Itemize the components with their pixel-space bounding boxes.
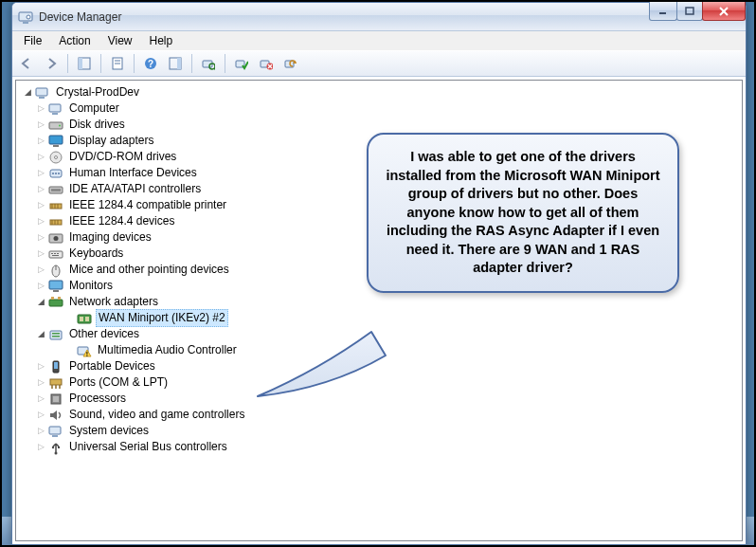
expand-icon[interactable]: ▷: [35, 442, 46, 453]
svg-rect-8: [79, 58, 82, 69]
device-category-icon: [48, 440, 63, 455]
expand-icon[interactable]: ▷: [35, 393, 46, 405]
svg-rect-73: [50, 379, 62, 385]
expand-icon[interactable]: ▷: [35, 377, 46, 389]
update-driver-button[interactable]: [280, 53, 301, 74]
tree-root[interactable]: ◢ Crystal-ProdDev: [18, 84, 740, 100]
tree-item-label: Portable Devices: [67, 358, 157, 374]
svg-rect-59: [53, 290, 59, 292]
svg-rect-72: [54, 362, 58, 369]
svg-rect-4: [686, 8, 693, 14]
menu-view[interactable]: View: [100, 32, 140, 49]
show-hide-tree-button[interactable]: [74, 53, 95, 74]
expand-icon[interactable]: ▷: [35, 361, 46, 373]
device-manager-window: Device Manager File Action View Help ?: [11, 2, 747, 545]
uninstall-button[interactable]: [256, 53, 277, 74]
svg-point-50: [54, 236, 59, 241]
svg-rect-64: [80, 317, 83, 321]
menu-file[interactable]: File: [16, 32, 49, 49]
tree-item[interactable]: ▷ Computer: [18, 100, 740, 117]
tree-item-label: Universal Serial Bus controllers: [67, 439, 229, 455]
svg-rect-55: [52, 255, 59, 256]
tree-item[interactable]: ▷ Disk drives: [18, 117, 740, 133]
menu-help[interactable]: Help: [142, 32, 181, 49]
tree-item-label: Imaging devices: [67, 229, 153, 246]
svg-rect-52: [51, 253, 53, 254]
expand-icon[interactable]: ▷: [35, 152, 46, 163]
action-pane-button[interactable]: [165, 53, 186, 74]
expand-icon[interactable]: ▷: [35, 248, 46, 260]
collapse-icon[interactable]: ◢: [35, 329, 46, 340]
device-tree[interactable]: ◢ Crystal-ProdDev ▷ Computer ▷ Disk driv…: [15, 80, 743, 541]
svg-rect-51: [49, 251, 63, 258]
expand-icon[interactable]: ▷: [35, 216, 46, 228]
enable-button[interactable]: [231, 53, 252, 74]
device-category-icon: [48, 150, 63, 165]
window-title: Device Manager: [39, 10, 121, 24]
svg-rect-28: [52, 113, 58, 115]
svg-point-36: [52, 173, 54, 174]
expand-icon[interactable]: ▷: [35, 184, 46, 195]
forward-button[interactable]: [41, 53, 62, 74]
scan-hardware-button[interactable]: [198, 53, 219, 74]
device-category-icon: [48, 198, 63, 213]
expand-icon[interactable]: ▷: [35, 119, 46, 131]
expand-icon[interactable]: ▷: [35, 264, 46, 276]
help-button[interactable]: ?: [140, 53, 161, 74]
svg-rect-53: [54, 253, 56, 254]
svg-rect-58: [49, 281, 63, 289]
svg-rect-62: [58, 297, 61, 300]
expand-icon[interactable]: ▷: [35, 136, 46, 147]
svg-point-30: [59, 124, 61, 126]
tree-item-label: IDE ATA/ATAPI controllers: [67, 181, 203, 197]
svg-rect-26: [39, 97, 45, 99]
device-category-icon: [48, 214, 63, 229]
collapse-icon[interactable]: ◢: [35, 297, 46, 308]
tree-item-label: Network adapters: [67, 294, 160, 310]
tree-item[interactable]: ▷ System devices: [18, 423, 740, 439]
device-category-icon: [48, 166, 63, 181]
titlebar[interactable]: Device Manager: [12, 3, 746, 31]
tree-root-label: Crystal-ProdDev: [54, 84, 141, 100]
device-category-icon: [48, 246, 63, 262]
tree-item-label: Human Interface Devices: [67, 165, 199, 181]
svg-rect-27: [49, 104, 61, 112]
tree-item[interactable]: ▷ Universal Serial Bus controllers: [18, 439, 740, 455]
expand-icon[interactable]: ▷: [35, 232, 46, 244]
expand-icon[interactable]: ▷: [35, 410, 46, 421]
minimize-button[interactable]: [649, 2, 677, 21]
tree-item-label: Mice and other pointing devices: [67, 262, 231, 278]
tree-item-label: Disk drives: [67, 117, 127, 133]
tree-item-label: Display adapters: [67, 133, 155, 149]
svg-point-78: [55, 451, 58, 454]
computer-icon: [35, 85, 50, 100]
tree-item[interactable]: ◢ Network adapters: [18, 294, 740, 310]
tree-item-label: Computer: [67, 100, 121, 117]
device-category-icon: [48, 182, 63, 197]
close-button[interactable]: [702, 2, 746, 21]
expand-icon[interactable]: ▷: [35, 281, 46, 292]
svg-rect-15: [177, 58, 181, 69]
back-button[interactable]: [16, 53, 37, 74]
properties-button[interactable]: [107, 53, 128, 74]
tree-item-label: Monitors: [67, 278, 115, 294]
expand-icon[interactable]: ▷: [35, 168, 46, 179]
expand-icon[interactable]: ▷: [35, 103, 46, 115]
svg-point-38: [58, 173, 60, 174]
tree-item-label: IEEE 1284.4 compatible printer: [67, 197, 228, 213]
expand-icon[interactable]: ▷: [35, 200, 46, 211]
svg-point-34: [55, 155, 58, 158]
svg-rect-54: [57, 253, 59, 254]
menu-action[interactable]: Action: [51, 32, 98, 49]
maximize-button[interactable]: [676, 2, 703, 21]
device-category-icon: [48, 327, 63, 342]
device-category-icon: [48, 118, 63, 133]
callout-text: I was able to get one of the drivers ins…: [367, 133, 679, 293]
tree-item-label: Other devices: [67, 326, 141, 342]
tree-item-label: System devices: [67, 423, 151, 439]
expand-icon[interactable]: ▷: [35, 426, 46, 437]
app-icon: [18, 9, 33, 25]
toolbar: ?: [12, 50, 746, 77]
collapse-icon[interactable]: ◢: [22, 87, 33, 99]
svg-rect-76: [49, 427, 61, 434]
